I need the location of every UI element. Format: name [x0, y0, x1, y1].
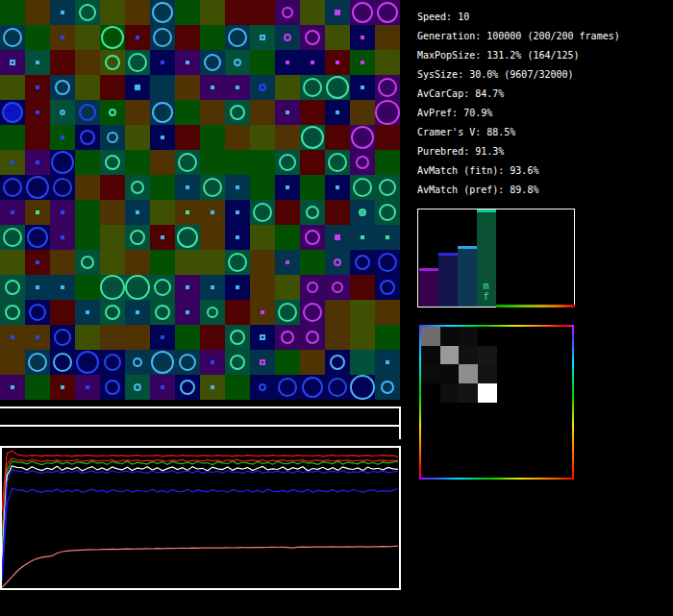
matrix-cell: [497, 403, 516, 422]
organism-dot: [86, 310, 89, 314]
world-cell: [200, 125, 225, 150]
world-cell: [125, 75, 150, 100]
fitness-axis-strip: [496, 305, 575, 308]
world-cell: [250, 75, 275, 100]
organism-circle: [284, 34, 291, 41]
world-cell: [25, 200, 50, 225]
world-cell: [50, 125, 75, 150]
world-cell: [75, 100, 100, 125]
world-cell: [275, 150, 300, 175]
organism-circle: [356, 156, 369, 169]
organism-circle: [131, 181, 144, 194]
world-cell: [175, 150, 200, 175]
organism-circle: [79, 104, 96, 121]
world-cell: [25, 250, 50, 275]
matrix-cell: [553, 327, 572, 346]
matrix-cell: [553, 421, 572, 440]
world-cell: [200, 300, 225, 325]
world-cell: [200, 250, 225, 275]
organism-dot: [336, 61, 339, 64]
matrix-cell: [421, 383, 440, 403]
world-cell: [0, 75, 25, 100]
organism-dot: [211, 285, 214, 289]
world-cell: [175, 175, 200, 200]
world-cell: [75, 375, 100, 400]
heatmap-border-bottom: [419, 478, 574, 480]
matrix-cell: [478, 327, 497, 346]
world-cell: [375, 325, 400, 350]
world-cell: [275, 275, 300, 300]
world-cell: [375, 75, 400, 100]
world-cell: [125, 25, 150, 50]
world-cell: [50, 200, 75, 225]
stats-panel: Speed: 10Generation: 100000 (200/200 fra…: [417, 8, 620, 200]
stat-line: Purebred: 91.3%: [417, 142, 620, 161]
world-cell: [225, 200, 250, 225]
world-cell: [250, 0, 275, 25]
organism-dot: [286, 111, 289, 114]
bar-cap: [438, 253, 458, 256]
world-cell: [375, 150, 400, 175]
world-cell: [375, 100, 400, 125]
stat-line: Speed: 10: [417, 8, 620, 27]
organism-dot: [11, 160, 14, 164]
world-cell: [275, 325, 300, 350]
organism-circle: [353, 178, 372, 197]
world-cell: [150, 125, 175, 150]
stat-line: AvMatch (fitn): 93.6%: [417, 161, 620, 181]
organism-circle: [203, 178, 222, 197]
world-cell: [0, 125, 25, 150]
matrix-cell: [535, 364, 554, 383]
world-cell: [325, 300, 350, 325]
organism-circle: [3, 178, 22, 197]
world-cell: [200, 275, 225, 300]
world-cell: [75, 175, 100, 200]
world-cell: [225, 350, 250, 375]
organism-circle: [282, 7, 293, 18]
organism-circle: [351, 126, 374, 149]
world-cell: [200, 0, 225, 25]
organism-dot: [186, 310, 189, 314]
world-cell: [275, 0, 300, 25]
world-cell: [225, 100, 250, 125]
world-cell: [275, 375, 300, 400]
matrix-cell: [535, 383, 554, 403]
organism-dot: [236, 210, 239, 214]
organism-dot: [11, 385, 14, 389]
world-cell: [125, 50, 150, 75]
organism-dot: [136, 210, 139, 214]
organism-circle: [130, 230, 145, 245]
world-cell: [175, 75, 200, 100]
world-cell: [300, 100, 325, 125]
world-cell: [350, 325, 375, 350]
organism-dot: [335, 234, 340, 240]
organism-circle: [305, 30, 320, 45]
world-cell: [100, 150, 125, 175]
organism-circle: [301, 126, 324, 149]
organism-square: [260, 359, 265, 365]
world-cell: [325, 100, 350, 125]
matrix-cell: [459, 440, 478, 459]
organism-circle: [326, 76, 349, 99]
world-cell: [325, 350, 350, 375]
world-cell: [225, 250, 250, 275]
matrix-cell: [497, 346, 516, 365]
world-cell: [375, 25, 400, 50]
world-cell: [350, 100, 375, 125]
organism-dot: [36, 335, 39, 339]
organism-circle: [5, 280, 20, 295]
organism-circle: [101, 26, 124, 49]
world-cell: [275, 175, 300, 200]
matrix-cell: [459, 403, 478, 422]
matrix-cell: [459, 364, 478, 383]
organism-dot: [161, 61, 164, 64]
world-cell: [125, 325, 150, 350]
matrix-cell: [440, 421, 460, 440]
world-cell: [275, 125, 300, 150]
world-cell: [275, 225, 300, 250]
world-cell: [25, 75, 50, 100]
organism-dot: [161, 136, 164, 139]
world-cell: [100, 225, 125, 250]
organism-circle: [306, 331, 319, 344]
world-cell: [75, 0, 100, 25]
